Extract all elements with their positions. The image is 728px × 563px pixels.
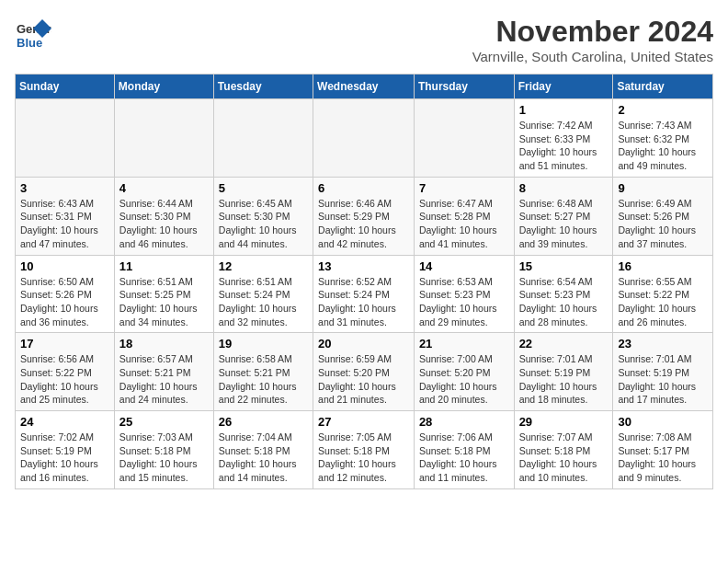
- day-number: 4: [119, 181, 209, 195]
- calendar-cell: 9Sunrise: 6:49 AMSunset: 5:26 PMDaylight…: [613, 177, 713, 255]
- calendar-cell: 1Sunrise: 7:42 AMSunset: 6:33 PMDaylight…: [514, 99, 613, 178]
- day-number: 26: [219, 415, 308, 429]
- calendar-week-row: 1Sunrise: 7:42 AMSunset: 6:33 PMDaylight…: [16, 99, 713, 178]
- calendar-cell: 10Sunrise: 6:50 AMSunset: 5:26 PMDayligh…: [16, 255, 115, 333]
- calendar-cell: 6Sunrise: 6:46 AMSunset: 5:29 PMDaylight…: [313, 177, 415, 255]
- calendar-cell: 7Sunrise: 6:47 AMSunset: 5:28 PMDaylight…: [414, 177, 514, 255]
- title-area: November 2024 Varnville, South Carolina,…: [472, 15, 713, 64]
- day-info: Sunrise: 6:53 AMSunset: 5:23 PMDaylight:…: [419, 275, 509, 329]
- day-info: Sunrise: 6:51 AMSunset: 5:25 PMDaylight:…: [119, 275, 209, 329]
- day-number: 19: [219, 337, 308, 350]
- day-info: Sunrise: 6:57 AMSunset: 5:21 PMDaylight:…: [119, 352, 209, 407]
- calendar-week-row: 24Sunrise: 7:02 AMSunset: 5:19 PMDayligh…: [16, 411, 713, 489]
- day-info: Sunrise: 7:42 AMSunset: 6:33 PMDaylight:…: [519, 119, 609, 173]
- calendar-cell: 28Sunrise: 7:06 AMSunset: 5:18 PMDayligh…: [414, 411, 514, 489]
- day-number: 21: [419, 337, 509, 350]
- calendar-cell: 26Sunrise: 7:04 AMSunset: 5:18 PMDayligh…: [213, 411, 313, 489]
- calendar-cell: 30Sunrise: 7:08 AMSunset: 5:17 PMDayligh…: [613, 411, 713, 489]
- day-info: Sunrise: 6:49 AMSunset: 5:26 PMDaylight:…: [618, 197, 708, 251]
- calendar-cell: 18Sunrise: 6:57 AMSunset: 5:21 PMDayligh…: [114, 333, 213, 411]
- day-info: Sunrise: 6:59 AMSunset: 5:20 PMDaylight:…: [318, 352, 409, 407]
- day-number: 9: [618, 181, 708, 195]
- weekday-header: Wednesday: [313, 75, 415, 99]
- calendar-cell: [16, 99, 115, 178]
- day-number: 12: [219, 259, 308, 273]
- calendar-cell: 16Sunrise: 6:55 AMSunset: 5:22 PMDayligh…: [613, 255, 713, 333]
- day-info: Sunrise: 6:50 AMSunset: 5:26 PMDaylight:…: [20, 275, 109, 329]
- day-info: Sunrise: 6:52 AMSunset: 5:24 PMDaylight:…: [318, 275, 409, 329]
- day-info: Sunrise: 6:48 AMSunset: 5:27 PMDaylight:…: [519, 197, 609, 251]
- calendar-cell: 5Sunrise: 6:45 AMSunset: 5:30 PMDaylight…: [213, 177, 313, 255]
- day-info: Sunrise: 6:47 AMSunset: 5:28 PMDaylight:…: [419, 197, 509, 251]
- day-info: Sunrise: 7:07 AMSunset: 5:18 PMDaylight:…: [519, 431, 609, 485]
- calendar-cell: 14Sunrise: 6:53 AMSunset: 5:23 PMDayligh…: [414, 255, 514, 333]
- day-info: Sunrise: 6:45 AMSunset: 5:30 PMDaylight:…: [219, 197, 308, 251]
- day-number: 18: [119, 337, 209, 350]
- day-number: 17: [20, 337, 109, 350]
- day-number: 1: [519, 103, 609, 117]
- day-info: Sunrise: 7:43 AMSunset: 6:32 PMDaylight:…: [618, 119, 708, 173]
- day-info: Sunrise: 7:03 AMSunset: 5:18 PMDaylight:…: [119, 431, 209, 485]
- day-number: 16: [618, 259, 708, 273]
- day-number: 24: [20, 415, 109, 429]
- day-number: 2: [618, 103, 708, 117]
- header-row: SundayMondayTuesdayWednesdayThursdayFrid…: [16, 75, 713, 99]
- day-number: 11: [119, 259, 209, 273]
- calendar-cell: 8Sunrise: 6:48 AMSunset: 5:27 PMDaylight…: [514, 177, 613, 255]
- day-number: 7: [419, 181, 509, 195]
- calendar-cell: 17Sunrise: 6:56 AMSunset: 5:22 PMDayligh…: [16, 333, 115, 411]
- svg-text:Blue: Blue: [17, 36, 42, 50]
- day-info: Sunrise: 7:02 AMSunset: 5:19 PMDaylight:…: [20, 431, 109, 485]
- day-info: Sunrise: 7:08 AMSunset: 5:17 PMDaylight:…: [618, 431, 708, 485]
- day-number: 15: [519, 259, 609, 273]
- day-info: Sunrise: 6:56 AMSunset: 5:22 PMDaylight:…: [20, 352, 109, 407]
- header: General Blue November 2024 Varnville, So…: [15, 15, 713, 64]
- day-number: 14: [419, 259, 509, 273]
- location-title: Varnville, South Carolina, United States: [472, 49, 713, 64]
- calendar-cell: 20Sunrise: 6:59 AMSunset: 5:20 PMDayligh…: [313, 333, 415, 411]
- calendar-cell: 4Sunrise: 6:44 AMSunset: 5:30 PMDaylight…: [114, 177, 213, 255]
- calendar-cell: 21Sunrise: 7:00 AMSunset: 5:20 PMDayligh…: [414, 333, 514, 411]
- day-number: 8: [519, 181, 609, 195]
- calendar-cell: [213, 99, 313, 178]
- calendar-cell: 19Sunrise: 6:58 AMSunset: 5:21 PMDayligh…: [213, 333, 313, 411]
- day-info: Sunrise: 6:51 AMSunset: 5:24 PMDaylight:…: [219, 275, 308, 329]
- weekday-header: Sunday: [16, 75, 115, 99]
- logo-icon: General Blue: [15, 15, 51, 52]
- calendar-cell: 22Sunrise: 7:01 AMSunset: 5:19 PMDayligh…: [514, 333, 613, 411]
- day-number: 25: [119, 415, 209, 429]
- day-number: 10: [20, 259, 109, 273]
- day-info: Sunrise: 6:55 AMSunset: 5:22 PMDaylight:…: [618, 275, 708, 329]
- day-info: Sunrise: 6:58 AMSunset: 5:21 PMDaylight:…: [219, 352, 308, 407]
- day-number: 28: [419, 415, 509, 429]
- day-info: Sunrise: 7:04 AMSunset: 5:18 PMDaylight:…: [219, 431, 308, 485]
- day-number: 13: [318, 259, 409, 273]
- day-info: Sunrise: 7:00 AMSunset: 5:20 PMDaylight:…: [419, 352, 509, 407]
- weekday-header: Friday: [514, 75, 613, 99]
- day-number: 29: [519, 415, 609, 429]
- calendar-cell: 24Sunrise: 7:02 AMSunset: 5:19 PMDayligh…: [16, 411, 115, 489]
- day-info: Sunrise: 6:43 AMSunset: 5:31 PMDaylight:…: [20, 197, 109, 251]
- calendar-cell: 3Sunrise: 6:43 AMSunset: 5:31 PMDaylight…: [16, 177, 115, 255]
- calendar-cell: 13Sunrise: 6:52 AMSunset: 5:24 PMDayligh…: [313, 255, 415, 333]
- calendar-table: SundayMondayTuesdayWednesdayThursdayFrid…: [15, 74, 713, 489]
- logo: General Blue: [15, 15, 51, 52]
- calendar-week-row: 17Sunrise: 6:56 AMSunset: 5:22 PMDayligh…: [16, 333, 713, 411]
- day-info: Sunrise: 6:46 AMSunset: 5:29 PMDaylight:…: [318, 197, 409, 251]
- day-number: 3: [20, 181, 109, 195]
- day-number: 22: [519, 337, 609, 350]
- weekday-header: Tuesday: [213, 75, 313, 99]
- day-number: 23: [618, 337, 708, 350]
- weekday-header: Saturday: [613, 75, 713, 99]
- calendar-cell: 15Sunrise: 6:54 AMSunset: 5:23 PMDayligh…: [514, 255, 613, 333]
- day-number: 5: [219, 181, 308, 195]
- day-info: Sunrise: 7:05 AMSunset: 5:18 PMDaylight:…: [318, 431, 409, 485]
- calendar-week-row: 10Sunrise: 6:50 AMSunset: 5:26 PMDayligh…: [16, 255, 713, 333]
- day-number: 30: [618, 415, 708, 429]
- calendar-cell: [313, 99, 415, 178]
- day-info: Sunrise: 7:01 AMSunset: 5:19 PMDaylight:…: [519, 352, 609, 407]
- month-title: November 2024: [472, 15, 713, 49]
- calendar-cell: [414, 99, 514, 178]
- calendar-week-row: 3Sunrise: 6:43 AMSunset: 5:31 PMDaylight…: [16, 177, 713, 255]
- calendar-cell: 25Sunrise: 7:03 AMSunset: 5:18 PMDayligh…: [114, 411, 213, 489]
